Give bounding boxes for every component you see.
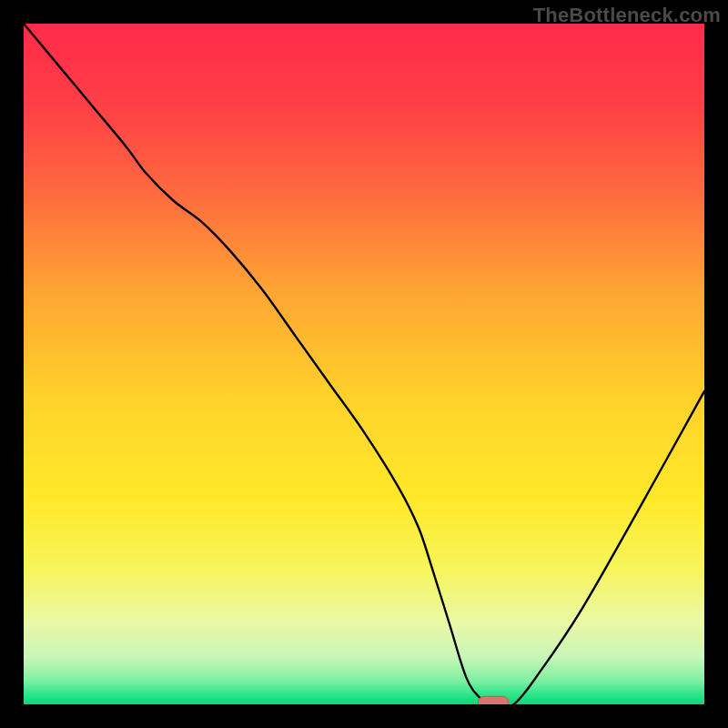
- plot-area: [24, 24, 704, 704]
- chart-frame: TheBottleneck.com: [0, 0, 728, 728]
- optimal-point-marker: [478, 696, 509, 704]
- gradient-background: [24, 24, 704, 704]
- plot-svg: [24, 24, 704, 704]
- watermark-text: TheBottleneck.com: [533, 4, 721, 27]
